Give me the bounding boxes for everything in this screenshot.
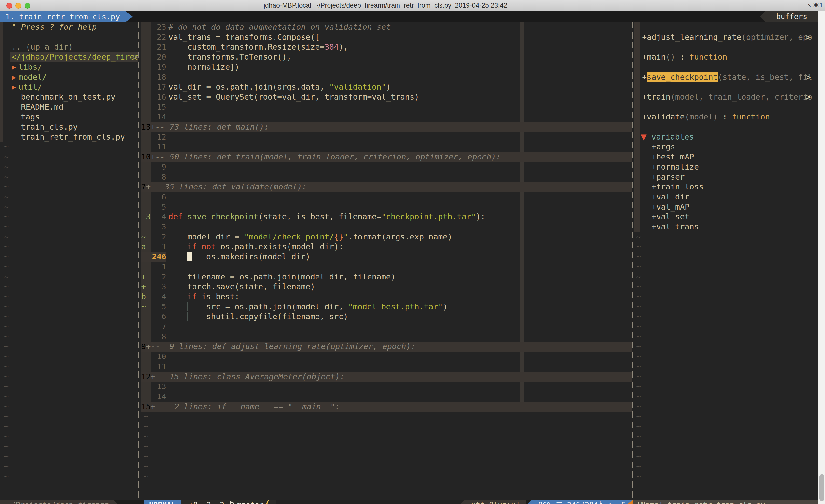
- empty-line-tilde: ~: [0, 432, 138, 442]
- empty-line-tilde: ~: [0, 422, 138, 432]
- tagbar-tag-item[interactable]: +main() : function: [642, 52, 818, 62]
- nerdtree-root-item[interactable]: </jdhao/Projects/deep_firear>: [0, 52, 138, 62]
- code-line[interactable]: a1 if not os.path.exists(model_dir):: [140, 242, 632, 252]
- code-fold-line[interactable]: 10+-- 50 lines: def train(model, train_l…: [141, 152, 632, 162]
- nerdtree-up-dir-item[interactable]: .. (up a dir): [0, 42, 138, 52]
- empty-line-tilde: ~: [0, 312, 138, 322]
- nerdtree-dir-item[interactable]: ▸ model/: [0, 72, 138, 82]
- buffers-indicator[interactable]: buffers: [760, 11, 818, 22]
- highlighted-tag-save-checkpoint: save_checkpoint: [647, 72, 718, 82]
- tagbar-tag-item[interactable]: +validate(model) : function: [642, 112, 818, 122]
- code-line[interactable]: ~2 model_dir = "model/check_point/{}".fo…: [140, 232, 632, 242]
- tab-train-retr-from-cls[interactable]: 1. train_retr_from_cls.py: [0, 11, 133, 22]
- empty-line-tilde: ~: [0, 441, 138, 451]
- code-line[interactable]: 15: [140, 102, 632, 112]
- code-fold-line[interactable]: 12+-- 15 lines: class AverageMeter(objec…: [141, 372, 632, 382]
- empty-line-tilde: ~: [633, 362, 818, 372]
- empty-line-tilde: ~: [0, 192, 138, 202]
- code-line[interactable]: 246 os.makedirs(model_dir): [140, 252, 632, 262]
- tagbar-tag-item[interactable]: +val_set: [642, 212, 818, 222]
- powerline-separator-icon: [113, 500, 118, 504]
- empty-line-tilde: ~: [633, 282, 818, 292]
- code-line[interactable]: 9: [140, 162, 632, 172]
- macos-titlebar: jdhao-MBP.local ~/Projects/deep_firearm/…: [0, 0, 825, 11]
- code-line[interactable]: 11: [140, 362, 632, 372]
- code-line[interactable]: +3 torch.save(state, filename): [140, 282, 632, 292]
- empty-line-tilde: ~: [0, 402, 138, 412]
- nerdtree-file-item[interactable]: README.md: [0, 102, 138, 112]
- code-line[interactable]: 19 normalize]): [140, 62, 632, 72]
- nerdtree-file-item[interactable]: tags: [0, 112, 138, 122]
- git-branch-icon: [229, 501, 235, 504]
- empty-line-tilde: ~: [633, 232, 818, 242]
- empty-line-tilde: ~: [0, 222, 138, 232]
- code-line[interactable]: 1: [140, 262, 632, 272]
- code-fold-line[interactable]: 9+-- 9 lines: def adjust_learning_rate(o…: [141, 342, 632, 352]
- empty-line-tilde: ~: [0, 182, 138, 192]
- tagbar-tag-item[interactable]: +best_mAP: [642, 152, 818, 162]
- terminal-scrollbar: [818, 11, 825, 504]
- tagbar-panel: +adjust_learning_rate(optimizer, epo>+ma…: [633, 22, 818, 500]
- code-line[interactable]: 12: [140, 132, 632, 142]
- empty-line-tilde: ~: [0, 382, 138, 392]
- empty-line-tilde: ~: [0, 332, 138, 342]
- code-fold-line[interactable]: 7+-- 35 lines: def validate(model):: [141, 182, 632, 192]
- code-line[interactable]: +2 filename = os.path.join(model_dir, fi…: [140, 272, 632, 282]
- empty-line-tilde: ~: [0, 202, 138, 212]
- nerdtree-statusline: ~/Projects/deep_firearm: [0, 500, 113, 504]
- nerdtree-file-item[interactable]: train_cls.py: [0, 122, 138, 132]
- code-line[interactable]: 21 custom_transform.Resize(size=384),: [140, 42, 632, 52]
- empty-line-tilde: ~: [633, 382, 818, 392]
- code-line[interactable]: 3: [140, 222, 632, 232]
- code-line[interactable]: 11: [140, 142, 632, 152]
- code-line[interactable]: 14: [140, 392, 632, 402]
- hunks-summary: +8 ~3 -3: [189, 500, 224, 504]
- empty-line-tilde: ~: [0, 412, 138, 422]
- code-line[interactable]: ~5 src = os.path.join(model_dir, "model_…: [140, 302, 632, 312]
- empty-line-tilde: ~: [0, 352, 138, 362]
- code-line[interactable]: 17val_dir = os.path.join(args.data, "val…: [140, 82, 632, 92]
- tagbar-tag-item[interactable]: +train_loss: [642, 182, 818, 192]
- code-line[interactable]: 23# do not do data augmentation on valid…: [140, 22, 632, 32]
- empty-line-tilde: ~: [633, 262, 818, 272]
- code-line[interactable]: 6: [140, 192, 632, 202]
- code-line[interactable]: 20 transforms.ToTensor(),: [140, 52, 632, 62]
- line-position: 246/284: [567, 500, 598, 504]
- tagbar-tag-item[interactable]: +val_mAP: [642, 202, 818, 212]
- empty-line-tilde: ~: [633, 242, 818, 252]
- tagbar-tag-item[interactable]: +train(model, train_loader, criterio>: [642, 92, 818, 102]
- tagbar-tag-item[interactable]: +val_dir: [642, 192, 818, 202]
- code-line[interactable]: 13: [140, 382, 632, 392]
- nerdtree-file-item[interactable]: benchmark_on_test.py: [0, 92, 138, 102]
- empty-line-tilde: ~: [0, 451, 138, 461]
- code-line[interactable]: _34def save_checkpoint(state, is_best, f…: [140, 212, 632, 222]
- code-line[interactable]: 8: [140, 172, 632, 182]
- code-fold-line[interactable]: 15+-- 2 lines: if __name__ == "__main__"…: [141, 402, 632, 412]
- tagbar-tag-item[interactable]: +adjust_learning_rate(optimizer, epo>: [642, 32, 818, 42]
- tagbar-tag-item[interactable]: +args: [642, 142, 818, 152]
- code-line[interactable]: 8: [140, 332, 632, 342]
- empty-line-tilde: ~: [633, 342, 818, 352]
- empty-line-tilde: ~: [0, 212, 138, 222]
- empty-line-tilde: ~: [0, 252, 138, 262]
- code-line[interactable]: 18: [140, 72, 632, 82]
- powerline-separator-icon: [459, 500, 465, 504]
- code-line[interactable]: 6 shutil.copyfile(filename, src): [140, 312, 632, 322]
- code-line[interactable]: 10: [140, 352, 632, 362]
- tagbar-tag-item[interactable]: +parser: [642, 172, 818, 182]
- scrollbar-thumb[interactable]: [819, 474, 824, 501]
- code-line[interactable]: 5: [140, 202, 632, 212]
- code-line[interactable]: 14: [140, 112, 632, 122]
- nerdtree-dir-item[interactable]: ▸ util/: [0, 82, 138, 92]
- tagbar-section-variables[interactable]: ▼ variables: [641, 132, 818, 142]
- code-line[interactable]: 22val_trans = transforms.Compose([: [140, 32, 632, 42]
- tagbar-tag-item[interactable]: +normalize: [642, 162, 818, 172]
- code-line[interactable]: 7: [140, 322, 632, 332]
- code-line[interactable]: 16val_set = QuerySet(root=val_dir, trans…: [140, 92, 632, 102]
- code-line[interactable]: b4 if is_best:: [140, 292, 632, 302]
- code-fold-line[interactable]: 13+-- 73 lines: def main():: [141, 122, 632, 132]
- tagbar-tag-item[interactable]: +save_checkpoint(state, is_best, fil>: [642, 72, 818, 82]
- nerdtree-file-item[interactable]: train_retr_from_cls.py: [0, 132, 138, 142]
- nerdtree-dir-item[interactable]: ▸ libs/: [0, 62, 138, 72]
- tagbar-tag-item[interactable]: +val_trans: [642, 222, 818, 232]
